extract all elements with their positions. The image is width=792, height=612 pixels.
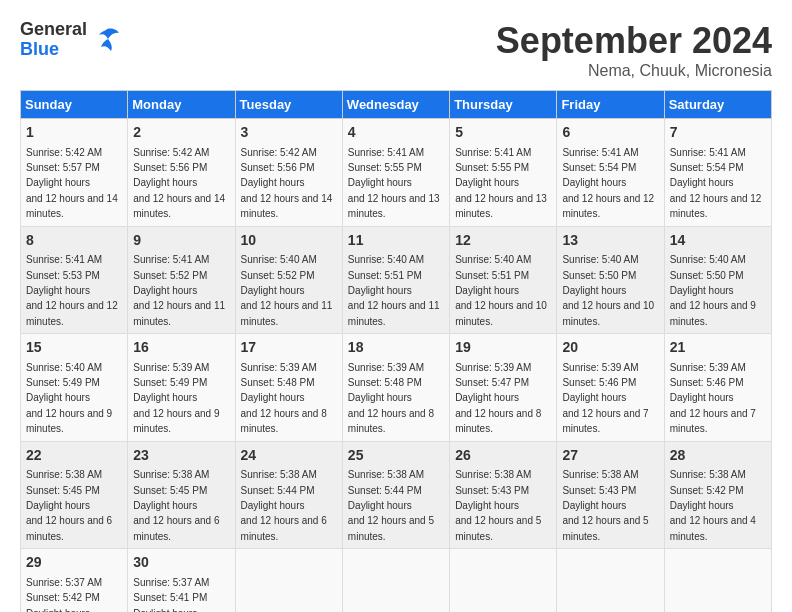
day-daylight-label: Daylight hours [241,177,305,188]
page-header: General Blue September 2024 Nema, Chuuk,… [20,20,772,80]
day-sunset: Sunset: 5:49 PM [133,377,207,388]
day-sunrise: Sunrise: 5:38 AM [26,469,102,480]
day-daylight-value: and 12 hours and 14 minutes. [241,193,333,219]
calendar-day-cell: 7 Sunrise: 5:41 AM Sunset: 5:54 PM Dayli… [664,119,771,227]
day-daylight-value: and 12 hours and 12 minutes. [562,193,654,219]
day-daylight-value: and 12 hours and 13 minutes. [348,193,440,219]
day-daylight-value: and 12 hours and 9 minutes. [26,408,112,434]
day-number: 27 [562,446,658,466]
day-sunset: Sunset: 5:41 PM [133,592,207,603]
day-daylight-label: Daylight hours [133,177,197,188]
day-number: 15 [26,338,122,358]
day-daylight-value: and 12 hours and 10 minutes. [562,300,654,326]
day-sunset: Sunset: 5:56 PM [133,162,207,173]
day-daylight-label: Daylight hours [26,285,90,296]
day-number: 23 [133,446,229,466]
calendar-day-cell: 20 Sunrise: 5:39 AM Sunset: 5:46 PM Dayl… [557,334,664,442]
day-sunrise: Sunrise: 5:40 AM [241,254,317,265]
day-daylight-label: Daylight hours [670,285,734,296]
calendar-day-cell [342,549,449,612]
day-daylight-value: and 12 hours and 8 minutes. [348,408,434,434]
day-sunset: Sunset: 5:56 PM [241,162,315,173]
day-sunrise: Sunrise: 5:39 AM [455,362,531,373]
day-number: 13 [562,231,658,251]
day-sunset: Sunset: 5:51 PM [455,270,529,281]
day-number: 3 [241,123,337,143]
day-daylight-label: Daylight hours [26,177,90,188]
day-daylight-value: and 12 hours and 6 minutes. [241,515,327,541]
calendar-day-cell: 15 Sunrise: 5:40 AM Sunset: 5:49 PM Dayl… [21,334,128,442]
col-tuesday: Tuesday [235,91,342,119]
day-sunrise: Sunrise: 5:39 AM [241,362,317,373]
calendar-day-cell: 17 Sunrise: 5:39 AM Sunset: 5:48 PM Dayl… [235,334,342,442]
day-sunrise: Sunrise: 5:40 AM [348,254,424,265]
day-daylight-label: Daylight hours [348,285,412,296]
col-thursday: Thursday [450,91,557,119]
day-sunset: Sunset: 5:49 PM [26,377,100,388]
day-sunset: Sunset: 5:46 PM [562,377,636,388]
day-sunrise: Sunrise: 5:39 AM [562,362,638,373]
day-daylight-value: and 12 hours and 14 minutes. [26,193,118,219]
day-sunrise: Sunrise: 5:40 AM [562,254,638,265]
day-sunset: Sunset: 5:42 PM [26,592,100,603]
logo-blue: Blue [20,40,87,60]
day-number: 29 [26,553,122,573]
day-sunset: Sunset: 5:48 PM [241,377,315,388]
day-sunrise: Sunrise: 5:37 AM [26,577,102,588]
calendar-day-cell: 25 Sunrise: 5:38 AM Sunset: 5:44 PM Dayl… [342,441,449,549]
day-number: 16 [133,338,229,358]
day-sunrise: Sunrise: 5:39 AM [348,362,424,373]
day-number: 24 [241,446,337,466]
day-daylight-label: Daylight hours [26,608,90,612]
day-sunset: Sunset: 5:42 PM [670,485,744,496]
day-sunrise: Sunrise: 5:40 AM [670,254,746,265]
calendar-day-cell: 19 Sunrise: 5:39 AM Sunset: 5:47 PM Dayl… [450,334,557,442]
col-wednesday: Wednesday [342,91,449,119]
day-sunrise: Sunrise: 5:37 AM [133,577,209,588]
month-title: September 2024 [496,20,772,62]
day-daylight-label: Daylight hours [241,500,305,511]
calendar-day-cell: 22 Sunrise: 5:38 AM Sunset: 5:45 PM Dayl… [21,441,128,549]
day-number: 20 [562,338,658,358]
day-number: 5 [455,123,551,143]
day-daylight-label: Daylight hours [133,500,197,511]
day-sunset: Sunset: 5:50 PM [562,270,636,281]
day-daylight-label: Daylight hours [348,177,412,188]
title-block: September 2024 Nema, Chuuk, Micronesia [496,20,772,80]
day-sunrise: Sunrise: 5:40 AM [26,362,102,373]
calendar-day-cell: 8 Sunrise: 5:41 AM Sunset: 5:53 PM Dayli… [21,226,128,334]
day-number: 28 [670,446,766,466]
calendar-day-cell: 13 Sunrise: 5:40 AM Sunset: 5:50 PM Dayl… [557,226,664,334]
day-daylight-value: and 12 hours and 5 minutes. [348,515,434,541]
day-number: 21 [670,338,766,358]
calendar-day-cell: 28 Sunrise: 5:38 AM Sunset: 5:42 PM Dayl… [664,441,771,549]
calendar-week-row: 1 Sunrise: 5:42 AM Sunset: 5:57 PM Dayli… [21,119,772,227]
day-number: 18 [348,338,444,358]
day-number: 19 [455,338,551,358]
day-sunrise: Sunrise: 5:41 AM [562,147,638,158]
calendar-day-cell: 18 Sunrise: 5:39 AM Sunset: 5:48 PM Dayl… [342,334,449,442]
day-daylight-value: and 12 hours and 6 minutes. [133,515,219,541]
day-number: 7 [670,123,766,143]
day-sunrise: Sunrise: 5:41 AM [133,254,209,265]
day-number: 30 [133,553,229,573]
day-daylight-value: and 12 hours and 11 minutes. [348,300,440,326]
calendar-day-cell: 2 Sunrise: 5:42 AM Sunset: 5:56 PM Dayli… [128,119,235,227]
logo-bird-icon [91,25,121,55]
day-sunset: Sunset: 5:48 PM [348,377,422,388]
day-sunrise: Sunrise: 5:39 AM [670,362,746,373]
day-daylight-value: and 12 hours and 5 minutes. [455,515,541,541]
calendar-day-cell [450,549,557,612]
day-sunset: Sunset: 5:54 PM [670,162,744,173]
day-sunset: Sunset: 5:52 PM [133,270,207,281]
calendar-week-row: 15 Sunrise: 5:40 AM Sunset: 5:49 PM Dayl… [21,334,772,442]
day-sunset: Sunset: 5:43 PM [455,485,529,496]
day-number: 26 [455,446,551,466]
col-monday: Monday [128,91,235,119]
calendar-day-cell: 12 Sunrise: 5:40 AM Sunset: 5:51 PM Dayl… [450,226,557,334]
day-daylight-label: Daylight hours [133,392,197,403]
day-sunrise: Sunrise: 5:40 AM [455,254,531,265]
day-sunrise: Sunrise: 5:39 AM [133,362,209,373]
day-number: 22 [26,446,122,466]
day-daylight-label: Daylight hours [348,392,412,403]
